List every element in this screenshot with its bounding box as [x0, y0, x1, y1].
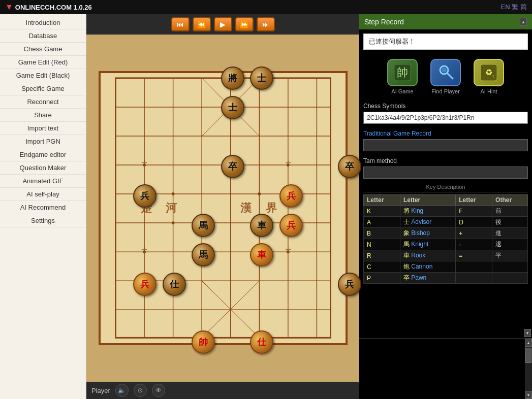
chess-piece[interactable]: 兵 [279, 214, 303, 237]
bottom-video: ▲ ▼ [359, 338, 532, 399]
key-table-row: C 炮 Cannon [364, 261, 528, 273]
language-selector[interactable]: EN 繁 简 [501, 3, 527, 12]
key-other: 平 [492, 250, 528, 261]
chess-piece[interactable]: 兵 [133, 273, 157, 296]
key-table-row: A 士 Advisor D 後 [364, 217, 528, 228]
chess-piece[interactable]: 仕 [250, 330, 273, 354]
key-letter: C [364, 261, 400, 273]
chess-piece[interactable]: 車 [250, 243, 273, 267]
trad-label: Traditional Game Record [363, 130, 528, 137]
key-char: 炮 Cannon [400, 261, 455, 273]
svg-point-34 [171, 221, 174, 224]
key-letter2 [456, 273, 492, 284]
chess-piece[interactable]: 馬 [192, 243, 215, 267]
ai-game-label: AI Game [391, 88, 413, 94]
nav-item-import-text[interactable]: Import text [0, 122, 86, 135]
key-letter2: - [456, 239, 492, 250]
find-player-icon [430, 59, 461, 86]
svg-point-32 [171, 192, 174, 195]
key-letter: B [364, 228, 400, 239]
tam-label: Tam method [363, 157, 528, 164]
player-bar: Player 🔈 ⊙ 👁 [86, 382, 359, 399]
key-table-row: P 卒 Pawn [364, 273, 528, 284]
ai-hint-label: AI Hint [480, 88, 497, 94]
chess-board[interactable]: 楚 河 漢 界 [99, 71, 348, 345]
sound-toggle[interactable]: 🔈 [115, 384, 129, 397]
chess-piece[interactable]: 兵 [133, 184, 157, 208]
col-header-letter1: Letter [364, 195, 400, 206]
btn-last[interactable]: ⏭ [257, 17, 275, 31]
nav-item-database[interactable]: Database [0, 29, 86, 43]
tam-input[interactable] [363, 167, 528, 179]
chess-board-container: 楚 河 漢 界 [93, 35, 353, 382]
chess-piece[interactable]: 兵 [338, 273, 361, 296]
trad-section: Traditional Game Record [359, 127, 532, 154]
find-player-btn[interactable]: Find Player [427, 59, 465, 94]
symbols-input[interactable] [363, 112, 528, 124]
scroll-up-btn[interactable]: ▲ [520, 18, 527, 26]
btn-next[interactable]: ▶ [214, 17, 232, 31]
nav-item-settings[interactable]: Settings [0, 214, 86, 227]
chess-piece[interactable]: 車 [250, 214, 273, 237]
player-icon-circle[interactable]: ⊙ [134, 384, 147, 397]
chess-piece[interactable]: 馬 [192, 214, 215, 237]
app-title: ONLINECCH.COM 1.0.26 [15, 4, 92, 11]
svg-text:帥: 帥 [397, 66, 408, 79]
nav-item-game-edit-black[interactable]: Game Edit (Black) [0, 69, 86, 82]
trad-input[interactable] [363, 139, 528, 151]
key-char: 將 King [400, 206, 455, 217]
board-area: ⏮ ⏪ ▶ ⏩ ⏭ [86, 14, 359, 399]
player-eye[interactable]: 👁 [152, 384, 165, 397]
key-letter: P [364, 273, 400, 284]
nav-item-ai-self-play[interactable]: AI self-play [0, 188, 86, 201]
ai-hint-btn[interactable]: ♻ ↑ AI Hint [470, 59, 508, 94]
chess-piece[interactable]: 將 [221, 66, 244, 90]
ai-game-btn[interactable]: 帥 AI Game [384, 59, 422, 94]
topbar: ▼ ONLINECCH.COM 1.0.26 EN 繁 简 [0, 0, 532, 14]
video-scroll-thumb[interactable] [525, 348, 531, 363]
tool-icons: 帥 AI Game Find Player [359, 54, 532, 99]
key-letter2: D [456, 217, 492, 228]
btn-prev-fast[interactable]: ⏪ [193, 17, 211, 31]
chess-piece[interactable]: 士 [221, 96, 244, 119]
chess-piece[interactable]: 帥 [192, 330, 215, 354]
video-scroll-track [525, 347, 532, 391]
nav-item-share[interactable]: Share [0, 109, 86, 122]
key-char: 車 Rook [400, 250, 455, 261]
key-table-row: B 象 Bishop + 進 [364, 228, 528, 239]
symbols-label: Chess Symbols [363, 103, 528, 110]
key-letter: N [364, 239, 400, 250]
chess-piece[interactable]: 兵 [279, 184, 303, 208]
nav-item-specific-game[interactable]: Specific Game [0, 82, 86, 95]
key-other [492, 273, 528, 284]
key-letter2: + [456, 228, 492, 239]
chess-piece[interactable]: 士 [250, 66, 273, 90]
nav-item-reconnect[interactable]: Reconnect [0, 95, 86, 109]
nav-item-ai-recommend[interactable]: AI Recommend [0, 201, 86, 214]
svg-line-55 [447, 73, 453, 79]
right-panel: Step Record ▲ 已連接伺服器！ 帥 AI Game [359, 14, 532, 399]
nav-item-game-edit-red[interactable]: Game Edit (Red) [0, 56, 86, 69]
chess-piece[interactable]: 卒 [338, 155, 361, 178]
key-table-row: R 車 Rook = 平 [364, 250, 528, 261]
nav-item-question-maker[interactable]: Question Maker [0, 161, 86, 175]
step-record-label: Step Record [364, 18, 404, 26]
nav-item-animated-gif[interactable]: Animated GIF [0, 175, 86, 188]
key-other: 前 [492, 206, 528, 217]
nav-item-chess-game[interactable]: Chess Game [0, 43, 86, 56]
scroll-down-btn[interactable]: ▼ [524, 329, 531, 337]
key-other [492, 261, 528, 273]
nav-item-import-pgn[interactable]: Import PGN [0, 135, 86, 148]
key-letter2 [456, 261, 492, 273]
chess-piece[interactable]: 仕 [163, 273, 186, 296]
btn-next-fast[interactable]: ⏩ [235, 17, 254, 31]
nav-item-introduction[interactable]: Introduction [0, 16, 86, 29]
key-other: 進 [492, 228, 528, 239]
chess-piece[interactable]: 卒 [221, 155, 244, 178]
nav-menu: IntroductionDatabaseChess GameGame Edit … [0, 14, 86, 229]
video-scroll-up[interactable]: ▲ [525, 339, 532, 347]
nav-item-endgame-editor[interactable]: Endgame editor [0, 148, 86, 161]
btn-first[interactable]: ⏮ [171, 17, 190, 31]
key-char: 馬 Knight [400, 239, 455, 250]
video-scroll-down[interactable]: ▼ [525, 391, 532, 399]
